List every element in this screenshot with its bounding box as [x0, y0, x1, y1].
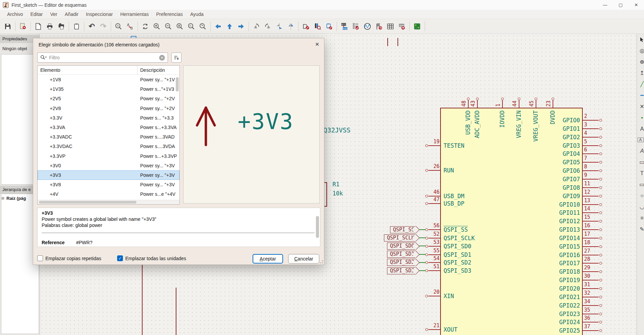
cancel-button[interactable]: Cancelar — [288, 254, 319, 264]
filter-input[interactable] — [49, 55, 159, 60]
net-label-icon[interactable]: A — [637, 123, 644, 134]
junction-icon[interactable]: • — [637, 112, 644, 123]
menu-item[interactable]: Archivo — [3, 11, 27, 18]
plot-icon[interactable] — [56, 21, 67, 32]
symbol-editor-icon[interactable] — [301, 21, 312, 32]
refresh-view-icon[interactable] — [140, 21, 151, 32]
svg-text:A: A — [117, 24, 119, 27]
erc-icon[interactable] — [350, 21, 361, 32]
hierarchical-label-icon[interactable]: A — [637, 145, 644, 156]
symbol-list-row[interactable]: +3V3 Power sy... "+3V — [38, 170, 179, 180]
symbol-list-row[interactable]: +2V5 Power sy... "+2V — [38, 94, 179, 103]
rotate-ccw-icon[interactable] — [251, 21, 262, 32]
symbol-list-row[interactable]: +1V35 Power s..."+1V3 — [38, 84, 179, 94]
list-horizontal-scrollbar[interactable] — [38, 200, 179, 204]
menu-item[interactable]: Añadir — [61, 11, 82, 18]
draw-bus-icon[interactable]: ━ — [637, 90, 644, 101]
open-pcb-editor-icon[interactable] — [412, 21, 423, 32]
sort-options-button[interactable] — [171, 53, 181, 63]
sheet-icon[interactable]: ▭ — [637, 156, 644, 168]
dialog-close-icon[interactable]: ✕ — [315, 42, 319, 47]
menu-item[interactable]: Herramientas — [116, 11, 152, 18]
global-label[interactable]: QSPI_SD1 — [387, 251, 416, 258]
close-button[interactable]: ✕ — [628, 0, 644, 10]
mirror-vertical-icon[interactable] — [274, 21, 285, 32]
highlight-net-icon[interactable]: ◎ — [637, 45, 644, 56]
global-label[interactable]: QSPI_SS — [390, 226, 416, 233]
find-replace-icon[interactable]: AB — [125, 21, 135, 32]
next-sheet-icon[interactable] — [236, 21, 246, 32]
symbol-list-row[interactable]: +4V Power s...e "+4V — [38, 189, 179, 199]
menu-item[interactable]: Inspeccionar — [82, 11, 116, 18]
resize-grip[interactable] — [319, 260, 323, 264]
arc-tool-icon[interactable]: ◡ — [637, 201, 644, 212]
circle-tool-icon[interactable]: ○ — [637, 190, 644, 201]
symbol-list-row[interactable]: +3V8 Power sy... "+3V — [38, 180, 179, 189]
maximize-button[interactable]: ▢ — [613, 0, 628, 10]
up-hierarchy-icon[interactable] — [224, 21, 235, 32]
minimize-button[interactable]: — — [597, 0, 613, 10]
edit-tool-icon[interactable]: ✎ — [637, 224, 644, 235]
global-label-icon[interactable]: A — [638, 138, 644, 142]
find-icon[interactable]: A — [113, 21, 124, 32]
page-settings-icon[interactable] — [33, 21, 44, 32]
menu-item[interactable]: Editar — [27, 11, 47, 18]
repeat-copies-checkbox[interactable]: Emplazar copias repetidas — [37, 255, 101, 261]
fields-table-icon[interactable] — [385, 21, 396, 32]
paste-icon[interactable] — [71, 21, 82, 32]
global-label[interactable]: QSPI_SD0 — [387, 243, 416, 250]
rotate-cw-icon[interactable] — [262, 21, 273, 32]
symbol-list-row[interactable]: +3.3VADC Power s....3VAD — [38, 132, 179, 142]
info-scrollbar[interactable] — [316, 216, 319, 238]
prev-sheet-icon[interactable] — [213, 21, 223, 32]
print-icon[interactable] — [44, 21, 55, 32]
symbol-list-row[interactable]: +3.3VDAC Power s....3VDA — [38, 142, 179, 151]
zoom-selection-icon[interactable] — [197, 21, 208, 32]
zoom-fit-icon[interactable] — [174, 21, 185, 32]
symbol-list-row[interactable]: +3.3VA Power s...+3.3VA — [38, 123, 179, 132]
add-power-icon[interactable]: ↥ — [637, 67, 644, 79]
redo-icon[interactable]: ↷ — [98, 21, 109, 32]
save-icon[interactable] — [2, 21, 13, 32]
zoom-in-icon[interactable] — [151, 21, 162, 32]
menu-item[interactable]: Ver — [46, 11, 61, 18]
assign-footprints-icon[interactable] — [324, 21, 335, 32]
lines-tool-icon[interactable]: ≡ — [637, 212, 644, 224]
global-label[interactable]: QSPI_SCLK — [384, 234, 416, 242]
annotate-icon[interactable]: R??R42 — [339, 21, 350, 32]
mirror-horizontal-icon[interactable] — [285, 21, 296, 32]
symbol-list-row[interactable]: +1V8 Power sy... "+1V — [38, 75, 179, 84]
all-units-checkbox[interactable]: Emplazar todas las unidades — [117, 255, 186, 261]
symbol-list-row[interactable]: +2V8 Power sy... "+2V — [38, 104, 179, 113]
app-icon — [3, 2, 9, 8]
menu-item[interactable]: Preferencias — [152, 11, 187, 18]
symbol-list-row[interactable]: +3.3VP Power s...+3.3VP — [38, 151, 179, 161]
global-label[interactable]: QSPI_SD2 — [387, 259, 416, 266]
window-titlebar: First_sketch — Editor de esquemas — ▢ ✕ — [0, 0, 644, 10]
simulator-icon[interactable] — [362, 21, 373, 32]
no-connect-icon[interactable]: ✕ — [637, 101, 644, 112]
menu-item[interactable]: Ayuda — [187, 11, 207, 18]
symbol-list-row[interactable]: +3.3V Power s... "+3.3 — [38, 113, 179, 123]
wire — [419, 270, 426, 271]
column-header-element[interactable]: Elemento — [38, 66, 137, 75]
symbol-list-row[interactable]: +3V0 Power sy... "+3V — [38, 161, 179, 170]
export-bom-icon[interactable]: .bom — [396, 21, 407, 32]
symbol-browser-icon[interactable] — [312, 21, 323, 32]
zoom-objects-icon[interactable] — [186, 21, 197, 32]
schematic-setup-icon[interactable] — [18, 21, 28, 32]
list-vertical-scrollbar[interactable] — [175, 75, 179, 109]
rectangle-tool-icon[interactable]: ▭ — [637, 179, 644, 190]
global-label[interactable]: QSPI_SD3 — [387, 267, 416, 274]
accept-button[interactable]: Aceptar — [253, 254, 283, 264]
draw-wire-icon[interactable]: ╱ — [637, 79, 644, 90]
update-symbols-icon[interactable] — [373, 21, 384, 32]
clear-filter-icon[interactable]: ✕ — [159, 55, 165, 61]
text-tool-icon[interactable]: T — [637, 168, 644, 179]
hierarchy-root-item[interactable]: Raíz (pág — [1, 196, 26, 201]
zoom-out-icon[interactable] — [163, 21, 174, 32]
column-header-description[interactable]: Descripción — [137, 66, 179, 75]
add-symbol-icon[interactable]: ⊕ — [637, 56, 644, 67]
undo-icon[interactable]: ↶ — [86, 21, 97, 32]
select-tool-icon[interactable] — [637, 34, 644, 45]
